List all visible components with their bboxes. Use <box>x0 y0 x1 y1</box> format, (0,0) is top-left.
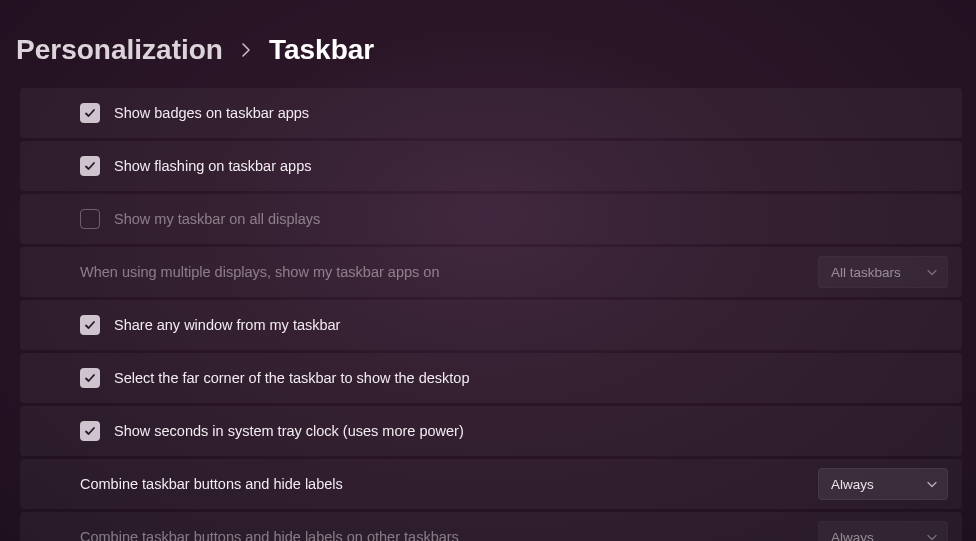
label-far-corner: Select the far corner of the taskbar to … <box>114 370 948 386</box>
select-combine-buttons[interactable]: Always <box>818 468 948 500</box>
check-icon <box>84 107 96 119</box>
label-combine-buttons-other: Combine taskbar buttons and hide labels … <box>80 529 818 541</box>
label-show-seconds: Show seconds in system tray clock (uses … <box>114 423 948 439</box>
checkbox-show-badges[interactable] <box>80 103 100 123</box>
row-show-flashing: Show flashing on taskbar apps <box>20 141 962 191</box>
chevron-right-icon <box>241 39 251 62</box>
label-combine-buttons: Combine taskbar buttons and hide labels <box>80 476 818 492</box>
label-show-flashing: Show flashing on taskbar apps <box>114 158 948 174</box>
checkbox-show-flashing[interactable] <box>80 156 100 176</box>
row-all-displays: Show my taskbar on all displays <box>20 194 962 244</box>
row-multi-display-dropdown: When using multiple displays, show my ta… <box>20 247 962 297</box>
label-multi-display: When using multiple displays, show my ta… <box>80 264 818 280</box>
breadcrumb: Personalization Taskbar <box>16 34 374 66</box>
row-show-seconds: Show seconds in system tray clock (uses … <box>20 406 962 456</box>
select-multi-display[interactable]: All taskbars <box>818 256 948 288</box>
checkbox-far-corner[interactable] <box>80 368 100 388</box>
chevron-down-icon <box>927 530 937 542</box>
select-value: Always <box>831 477 917 492</box>
breadcrumb-parent[interactable]: Personalization <box>16 34 223 66</box>
settings-list: Show badges on taskbar apps Show flashin… <box>20 88 962 541</box>
select-value: Always <box>831 530 917 542</box>
label-all-displays: Show my taskbar on all displays <box>114 211 948 227</box>
chevron-down-icon <box>927 265 937 280</box>
row-show-badges: Show badges on taskbar apps <box>20 88 962 138</box>
chevron-down-icon <box>927 477 937 492</box>
label-show-badges: Show badges on taskbar apps <box>114 105 948 121</box>
check-icon <box>84 425 96 437</box>
select-value: All taskbars <box>831 265 917 280</box>
select-combine-buttons-other[interactable]: Always <box>818 521 948 541</box>
check-icon <box>84 160 96 172</box>
check-icon <box>84 319 96 331</box>
breadcrumb-current: Taskbar <box>269 34 374 66</box>
row-combine-buttons: Combine taskbar buttons and hide labels … <box>20 459 962 509</box>
row-share-window: Share any window from my taskbar <box>20 300 962 350</box>
check-icon <box>84 372 96 384</box>
checkbox-share-window[interactable] <box>80 315 100 335</box>
row-combine-buttons-other: Combine taskbar buttons and hide labels … <box>20 512 962 541</box>
checkbox-show-seconds[interactable] <box>80 421 100 441</box>
checkbox-all-displays[interactable] <box>80 209 100 229</box>
row-far-corner: Select the far corner of the taskbar to … <box>20 353 962 403</box>
label-share-window: Share any window from my taskbar <box>114 317 948 333</box>
